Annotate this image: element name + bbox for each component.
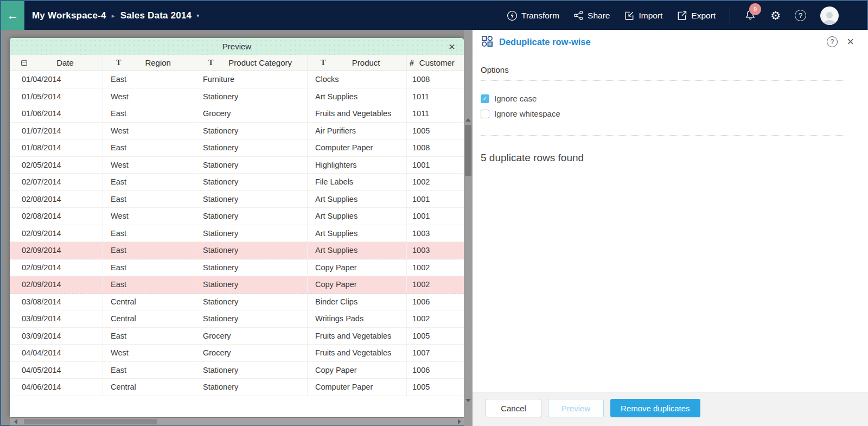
table-cell: Art Supplies bbox=[308, 225, 407, 242]
transform-button[interactable]: Transform bbox=[507, 10, 559, 21]
table-cell: East bbox=[103, 71, 195, 88]
panel-header: Deduplicate row-wise ? × bbox=[473, 30, 868, 54]
number-type-icon: # bbox=[410, 59, 414, 67]
table-cell: 02/07/2014 bbox=[10, 174, 103, 190]
table-cell: 1001 bbox=[407, 157, 464, 174]
text-type-icon: T bbox=[208, 59, 213, 67]
options-section-label: Options bbox=[481, 65, 846, 74]
column-header-date[interactable]: Date bbox=[10, 55, 103, 71]
checkbox-label: Ignore case bbox=[494, 94, 537, 103]
table-cell: Highlighters bbox=[308, 157, 407, 174]
table-cell: Stationery bbox=[195, 123, 308, 139]
import-icon bbox=[624, 10, 635, 21]
table-cell: Fruits and Vegetables bbox=[308, 345, 407, 361]
horizontal-scrollbar-thumb[interactable] bbox=[24, 419, 157, 424]
table-cell: Stationery bbox=[195, 88, 308, 105]
column-label: Product bbox=[326, 58, 406, 67]
table-row: 04/04/2014WestGroceryFruits and Vegetabl… bbox=[10, 345, 464, 362]
table-row: 02/09/2014EastStationeryCopy Paper1002 bbox=[10, 259, 464, 277]
panel-close-icon[interactable]: × bbox=[847, 36, 854, 48]
export-button[interactable]: Export bbox=[676, 10, 716, 21]
notifications-button[interactable]: 9 bbox=[744, 9, 756, 23]
checkbox-label: Ignore whitespace bbox=[494, 109, 560, 118]
table-row: 02/08/2014WestStationeryArt Supplies1001 bbox=[10, 208, 464, 225]
panel-footer: Cancel Preview Remove duplicates bbox=[473, 392, 868, 426]
column-header-product[interactable]: TProduct bbox=[308, 55, 407, 71]
breadcrumb-dataset[interactable]: Sales Data 2014 bbox=[120, 10, 192, 21]
table-cell: Central bbox=[103, 310, 195, 327]
scroll-down-arrow-icon[interactable] bbox=[465, 399, 471, 402]
checkbox-ignore-whitespace[interactable]: Ignore whitespace bbox=[481, 109, 846, 118]
deduplicate-panel: Deduplicate row-wise ? × Options ✓Ignore… bbox=[473, 30, 868, 426]
table-cell: 1011 bbox=[407, 88, 464, 105]
import-label: Import bbox=[639, 11, 662, 21]
table-cell: 02/09/2014 bbox=[10, 276, 103, 293]
panel-title[interactable]: Deduplicate row-wise bbox=[499, 37, 591, 47]
table-cell: Stationery bbox=[195, 310, 308, 327]
table-cell: Writings Pads bbox=[308, 310, 407, 327]
cancel-button[interactable]: Cancel bbox=[486, 399, 541, 417]
table-cell: Clocks bbox=[308, 71, 407, 88]
table-cell: East bbox=[103, 362, 195, 379]
table-cell: 01/08/2014 bbox=[10, 139, 103, 156]
checkbox-unchecked-icon[interactable] bbox=[481, 110, 489, 118]
top-navigation-bar: ← My Workspace-4 ▸ Sales Data 2014 ▾ Tra… bbox=[1, 1, 867, 30]
column-header-product-category[interactable]: TProduct Category bbox=[195, 55, 308, 71]
back-button[interactable]: ← bbox=[1, 1, 24, 30]
help-icon[interactable]: ? bbox=[795, 10, 806, 21]
duplicate-count-text: 5 duplicate rows found bbox=[481, 152, 846, 164]
table-cell: 1005 bbox=[407, 379, 464, 396]
table-cell: 01/04/2014 bbox=[10, 71, 103, 88]
settings-gear-icon[interactable]: ⚙ bbox=[770, 10, 781, 21]
preview-button[interactable]: Preview bbox=[548, 399, 604, 417]
column-label: Region bbox=[121, 58, 195, 67]
column-header-region[interactable]: TRegion bbox=[103, 55, 195, 71]
table-header-row: DateTRegionTProduct CategoryTProduct#Cus… bbox=[10, 55, 464, 71]
table-cell: 1005 bbox=[407, 328, 464, 345]
vertical-scrollbar-thumb[interactable] bbox=[465, 125, 471, 176]
table-cell: Copy Paper bbox=[308, 259, 407, 276]
checkbox-ignore-case[interactable]: ✓Ignore case bbox=[481, 94, 846, 103]
table-cell: 1006 bbox=[407, 294, 464, 310]
table-cell: Central bbox=[103, 294, 195, 310]
table-cell: Stationery bbox=[195, 208, 308, 225]
table-cell: West bbox=[103, 208, 195, 225]
scroll-right-arrow-icon[interactable] bbox=[458, 419, 461, 424]
chevron-down-icon[interactable]: ▾ bbox=[196, 12, 199, 18]
table-cell: 02/09/2014 bbox=[10, 259, 103, 276]
scroll-up-arrow-icon[interactable] bbox=[465, 118, 471, 122]
table-cell: 03/09/2014 bbox=[10, 328, 103, 345]
table-cell: 04/05/2014 bbox=[10, 362, 103, 379]
table-cell: Stationery bbox=[195, 294, 308, 310]
scroll-left-arrow-icon[interactable] bbox=[14, 419, 17, 424]
table-cell: 04/04/2014 bbox=[10, 345, 103, 361]
checkbox-checked-icon[interactable]: ✓ bbox=[481, 94, 489, 103]
remove-duplicates-button[interactable]: Remove duplicates bbox=[610, 399, 700, 417]
table-cell: 1001 bbox=[407, 191, 464, 208]
options-checkbox-list: ✓Ignore caseIgnore whitespace bbox=[481, 94, 846, 118]
table-cell: 1006 bbox=[407, 362, 464, 379]
export-label: Export bbox=[691, 11, 716, 21]
table-cell: 02/08/2014 bbox=[10, 208, 103, 225]
table-cell: West bbox=[103, 157, 195, 174]
topbar-actions: Transform Share bbox=[507, 7, 867, 25]
import-button[interactable]: Import bbox=[624, 10, 662, 21]
horizontal-scrollbar[interactable] bbox=[10, 418, 464, 425]
column-header-customer[interactable]: #Customer bbox=[407, 55, 464, 71]
preview-header: Preview × bbox=[10, 38, 464, 55]
share-button[interactable]: Share bbox=[573, 10, 610, 21]
breadcrumb-workspace[interactable]: My Workspace-4 bbox=[32, 10, 106, 21]
panel-help-icon[interactable]: ? bbox=[827, 36, 838, 47]
result-divider bbox=[481, 135, 846, 136]
table-cell: Computer Paper bbox=[308, 139, 407, 156]
table-cell: Art Supplies bbox=[308, 191, 407, 208]
table-row: 01/07/2014WestStationeryAir Purifiers100… bbox=[10, 123, 464, 140]
vertical-scrollbar[interactable] bbox=[464, 30, 473, 426]
table-row: 02/07/2014EastStationeryFile Labels1002 bbox=[10, 174, 464, 191]
table-cell: File Labels bbox=[308, 174, 407, 190]
preview-close-icon[interactable]: × bbox=[444, 38, 459, 55]
table-cell: 1008 bbox=[407, 71, 464, 88]
table-row: 01/08/2014EastStationeryComputer Paper10… bbox=[10, 139, 464, 157]
user-avatar[interactable] bbox=[820, 7, 839, 25]
table-cell: East bbox=[103, 225, 195, 242]
